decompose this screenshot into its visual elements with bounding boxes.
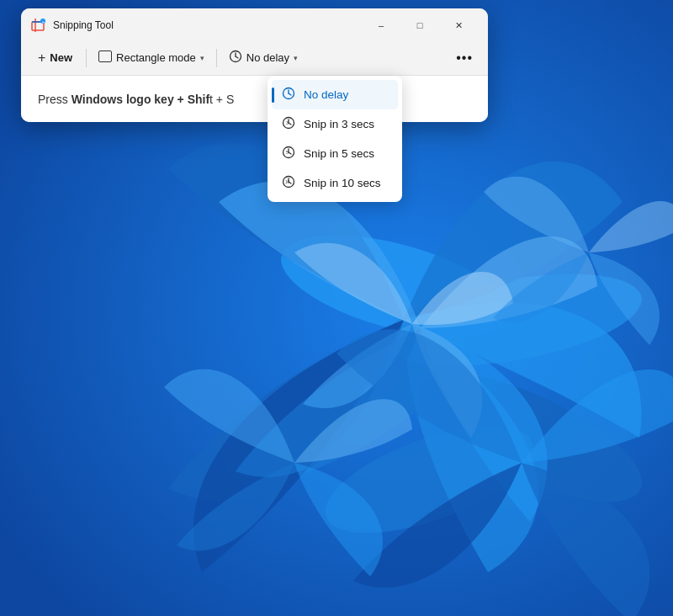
new-button[interactable]: + New bbox=[29, 46, 81, 70]
hint-bold: Windows logo key + Shif bbox=[72, 93, 209, 106]
mode-chevron-icon: ▾ bbox=[200, 54, 204, 62]
mode-label: Rectangle mode bbox=[116, 51, 196, 64]
no-delay-label: No delay bbox=[304, 88, 348, 101]
rect-icon bbox=[98, 50, 112, 65]
plus-icon: + bbox=[38, 50, 45, 66]
close-button[interactable]: ✕ bbox=[439, 13, 478, 38]
window-title: Snipping Tool bbox=[53, 19, 114, 31]
title-left: ✂ Snipping Tool bbox=[31, 18, 114, 33]
snip3-clock-icon: 3 bbox=[282, 116, 295, 132]
window-controls: – □ ✕ bbox=[362, 13, 478, 38]
svg-line-19 bbox=[289, 123, 291, 125]
delay-chevron-icon: ▾ bbox=[294, 54, 298, 62]
maximize-button[interactable]: □ bbox=[400, 13, 439, 38]
selected-indicator bbox=[272, 88, 274, 103]
title-bar: ✂ Snipping Tool – □ ✕ bbox=[21, 8, 488, 40]
svg-text:10: 10 bbox=[285, 180, 290, 184]
hint-text: Press Windows logo key + Shift + S bbox=[38, 93, 234, 106]
svg-text:3: 3 bbox=[286, 120, 289, 125]
menu-item-no-delay[interactable]: No delay bbox=[272, 80, 398, 109]
delay-label: No delay bbox=[246, 51, 289, 64]
no-delay-clock-icon bbox=[282, 87, 295, 103]
snip5-clock-icon: 5 bbox=[282, 146, 295, 162]
svg-line-16 bbox=[289, 93, 291, 95]
more-options-button[interactable]: ••• bbox=[449, 46, 480, 70]
svg-line-23 bbox=[289, 152, 291, 154]
menu-item-10secs[interactable]: 10 Snip in 10 secs bbox=[272, 168, 398, 198]
delay-dropdown-button[interactable]: No delay ▾ bbox=[222, 45, 305, 70]
clock-icon bbox=[229, 50, 242, 66]
separator-2 bbox=[216, 49, 217, 67]
menu-item-5secs[interactable]: 5 Snip in 5 secs bbox=[272, 139, 398, 168]
new-button-label: New bbox=[50, 51, 72, 64]
snip10-clock-icon: 10 bbox=[282, 175, 295, 191]
snip10-label: Snip in 10 secs bbox=[304, 177, 381, 189]
toolbar: + New Rectangle mode ▾ No delay ▾ bbox=[21, 40, 488, 76]
snip3-label: Snip in 3 secs bbox=[304, 118, 374, 130]
menu-item-3secs[interactable]: 3 Snip in 3 secs bbox=[272, 109, 398, 139]
app-icon: ✂ bbox=[31, 18, 46, 33]
more-icon: ••• bbox=[456, 50, 473, 65]
svg-text:5: 5 bbox=[286, 150, 289, 155]
content-area: Press Windows logo key + Shift + S bbox=[21, 76, 488, 122]
delay-dropdown-menu: No delay 3 Snip in 3 secs 5 Snip in 5 se… bbox=[268, 76, 402, 202]
minimize-button[interactable]: – bbox=[362, 13, 400, 38]
snip5-label: Snip in 5 secs bbox=[304, 147, 374, 160]
snipping-tool-window: ✂ Snipping Tool – □ ✕ + New Rectangle mo… bbox=[21, 8, 488, 122]
mode-dropdown-button[interactable]: Rectangle mode ▾ bbox=[92, 46, 211, 69]
svg-line-13 bbox=[236, 56, 238, 58]
separator-1 bbox=[86, 49, 87, 67]
